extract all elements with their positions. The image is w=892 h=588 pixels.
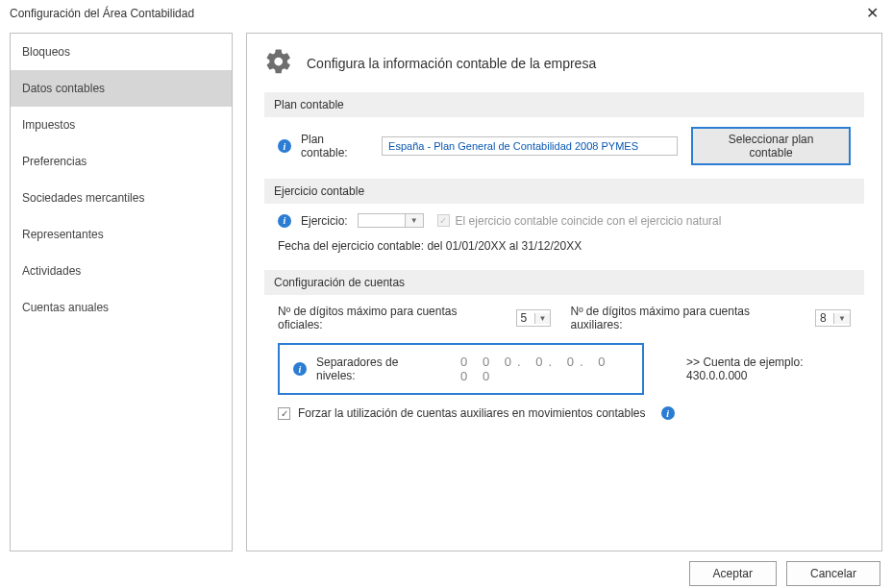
- section-ejercicio-title: Ejercicio contable: [264, 179, 864, 204]
- max-oficiales-select[interactable]: 5 ▼: [516, 309, 552, 327]
- sidebar-item-representantes[interactable]: Representantes: [11, 216, 232, 253]
- info-icon[interactable]: i: [661, 406, 675, 420]
- max-aux-select[interactable]: 8 ▼: [815, 309, 851, 327]
- accept-button[interactable]: Aceptar: [689, 561, 777, 586]
- cancel-button[interactable]: Cancelar: [786, 561, 880, 586]
- select-plan-button[interactable]: Seleccionar plan contable: [691, 127, 851, 165]
- plan-input[interactable]: [382, 136, 678, 156]
- info-icon[interactable]: i: [278, 139, 291, 153]
- sidebar-item-impuestos[interactable]: Impuestos: [11, 107, 232, 143]
- ejercicio-date-line: Fecha del ejercicio contable: del 01/01/…: [264, 237, 864, 266]
- sidebar-item-cuentas-anuales[interactable]: Cuentas anuales: [11, 289, 232, 326]
- page-title: Configura la información contable de la …: [307, 56, 596, 71]
- plan-label: Plan contable:: [301, 133, 372, 159]
- sidebar-item-preferencias[interactable]: Preferencias: [11, 143, 232, 180]
- ejercicio-value: [359, 219, 405, 223]
- window-title: Configuración del Área Contabilidad: [10, 7, 194, 20]
- info-icon[interactable]: i: [278, 214, 291, 228]
- main-panel: Configura la información contable de la …: [246, 33, 882, 551]
- cuenta-ejemplo: >> Cuenta de ejemplo: 430.0.0.000: [686, 355, 851, 382]
- max-aux-label: Nº de dígitos máximo para cuentas auxili…: [570, 305, 796, 331]
- gear-icon: [264, 47, 293, 79]
- chevron-down-icon: ▼: [405, 214, 423, 227]
- ejercicio-select[interactable]: ▼: [358, 213, 424, 228]
- sidebar-item-actividades[interactable]: Actividades: [11, 253, 232, 289]
- ejercicio-natural-label: El ejercicio contable coincide con el ej…: [456, 214, 722, 228]
- max-oficiales-label: Nº de dígitos máximo para cuentas oficia…: [278, 305, 497, 331]
- separadores-box: i Separadores de niveles: 0 0 0. 0. 0. 0…: [278, 343, 644, 395]
- info-icon[interactable]: i: [293, 362, 307, 376]
- ejercicio-label: Ejercicio:: [301, 214, 348, 228]
- close-icon[interactable]: ✕: [862, 6, 882, 21]
- sidebar-item-bloqueos[interactable]: Bloqueos: [11, 34, 232, 70]
- forzar-aux-label: Forzar la utilización de cuentas auxilia…: [298, 406, 646, 420]
- forzar-aux-checkbox[interactable]: ✓: [278, 407, 290, 420]
- section-cuentas-title: Configuración de cuentas: [264, 270, 864, 295]
- separadores-sample[interactable]: 0 0 0. 0. 0. 0 0 0: [460, 355, 629, 383]
- max-oficiales-value: 5: [517, 310, 534, 326]
- sidebar-item-sociedades[interactable]: Sociedades mercantiles: [11, 180, 232, 216]
- sidebar: Bloqueos Datos contables Impuestos Prefe…: [10, 33, 233, 551]
- ejercicio-natural-checkbox: ✓: [437, 214, 450, 227]
- max-aux-value: 8: [816, 310, 833, 326]
- section-plan-title: Plan contable: [264, 92, 864, 117]
- chevron-down-icon: ▼: [534, 313, 551, 324]
- chevron-down-icon: ▼: [833, 313, 850, 324]
- separadores-label: Separadores de niveles:: [316, 355, 424, 382]
- sidebar-item-datos-contables[interactable]: Datos contables: [11, 70, 232, 107]
